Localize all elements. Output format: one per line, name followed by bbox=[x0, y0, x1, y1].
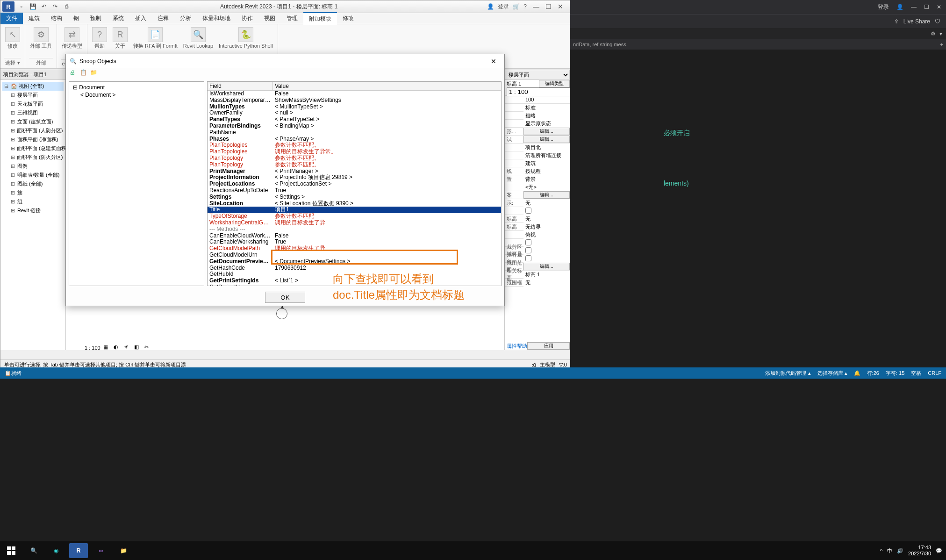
vs-line[interactable]: 行:26 bbox=[867, 370, 879, 377]
volume-icon[interactable]: 🔊 bbox=[897, 548, 903, 554]
maximize-button[interactable]: ☐ bbox=[543, 2, 554, 11]
pb-item[interactable]: ⊞Revit 链接 bbox=[2, 206, 64, 215]
vs-admin-icon[interactable]: 🛡 bbox=[935, 18, 940, 25]
vs-login[interactable]: 登录 bbox=[878, 3, 889, 11]
props-value[interactable]: 编辑... bbox=[523, 263, 570, 270]
snoop-row[interactable]: CanEnableCloudWorksha...False bbox=[208, 233, 501, 239]
ribbon-tab[interactable]: 结构 bbox=[45, 13, 68, 24]
props-value[interactable] bbox=[523, 255, 570, 263]
close-button[interactable]: ✕ bbox=[555, 2, 566, 11]
qat-redo-icon[interactable]: ↷ bbox=[51, 2, 59, 11]
pb-item[interactable]: ⊞三维视图 bbox=[2, 108, 64, 117]
clock[interactable]: 17:43 2022/7/30 bbox=[908, 545, 931, 557]
vs-maximize[interactable]: ☐ bbox=[924, 4, 929, 10]
explorer-taskbar-icon[interactable]: 📁 bbox=[112, 541, 135, 560]
detail-level-icon[interactable]: ▦ bbox=[103, 344, 111, 352]
snoop-row[interactable]: Title项目1 bbox=[208, 207, 501, 213]
ribbon-tab[interactable]: 视图 bbox=[258, 13, 281, 24]
pb-item[interactable]: ⊞图例 bbox=[2, 162, 64, 171]
vs-chevron-icon[interactable]: ▾ bbox=[939, 30, 942, 37]
start-button[interactable] bbox=[0, 541, 22, 560]
cart-icon[interactable]: 🛒 bbox=[513, 3, 520, 10]
props-value[interactable] bbox=[507, 87, 570, 96]
vs-taskbar-icon[interactable]: ∞ bbox=[90, 541, 112, 560]
scale-display[interactable]: 1 : 100 bbox=[85, 345, 100, 351]
qat-save-icon[interactable]: 💾 bbox=[29, 2, 37, 11]
qat-print-icon[interactable]: ⎙ bbox=[62, 2, 71, 11]
qat-open-icon[interactable]: ▫ bbox=[17, 2, 26, 11]
login-link[interactable]: 登录 bbox=[498, 3, 509, 11]
notifications-icon[interactable]: 💬 bbox=[936, 548, 942, 554]
snoop-row[interactable]: MassDisplayTemporaryO...ShowMassByViewSe… bbox=[208, 97, 501, 104]
vs-spaces[interactable]: 空格 bbox=[911, 370, 921, 377]
pb-item[interactable]: ⊞面积平面 (总建筑面积) bbox=[2, 144, 64, 153]
vs-select-repo[interactable]: 选择存储库 ▴ bbox=[817, 370, 847, 377]
pb-item[interactable]: ⊞组 bbox=[2, 197, 64, 206]
pb-item[interactable]: ⊞面积平面 (防火分区) bbox=[2, 153, 64, 162]
snoop-row[interactable]: CanEnableWorksharingTrue bbox=[208, 239, 501, 245]
pb-item[interactable]: ⊞立面 (建筑立面) bbox=[2, 117, 64, 126]
ribbon-tab[interactable]: 分析 bbox=[174, 13, 197, 24]
snoop-row[interactable]: TypeOfStorage参数计数不匹配 bbox=[208, 213, 501, 220]
view-type-combo[interactable]: 楼层平面 bbox=[505, 70, 570, 80]
tree-document-child[interactable]: < Document > bbox=[71, 91, 202, 99]
snoop-row[interactable]: PlanTopology参数计数不匹配。 bbox=[208, 162, 501, 168]
pb-item[interactable]: ⊞天花板平面 bbox=[2, 100, 64, 108]
pb-item[interactable]: ⊞图纸 (全部) bbox=[2, 179, 64, 188]
ribbon-tab[interactable]: 文件 bbox=[0, 13, 23, 24]
snoop-row[interactable]: OwnerFamily< null > bbox=[208, 110, 501, 116]
ribbon-tab[interactable]: 体量和场地 bbox=[197, 13, 236, 24]
vs-close[interactable]: ✕ bbox=[937, 4, 941, 10]
tray-chevron-icon[interactable]: ^ bbox=[880, 548, 882, 553]
pb-item[interactable]: ⊞面积平面 (人防分区) bbox=[2, 126, 64, 135]
vs-source-control[interactable]: 添加到源代码管理 ▴ bbox=[765, 370, 810, 377]
ribbon-tab[interactable]: 附加模块 bbox=[303, 12, 337, 25]
vs-col[interactable]: 字符: 15 bbox=[886, 370, 904, 377]
props-value[interactable]: 编辑... bbox=[523, 191, 570, 199]
ribbon-tab[interactable]: 钢 bbox=[68, 13, 85, 24]
pb-item[interactable]: ⊞族 bbox=[2, 188, 64, 197]
props-value[interactable] bbox=[523, 247, 570, 255]
snoop-row[interactable]: Phases< PhaseArray > bbox=[208, 136, 501, 143]
snoop-row[interactable]: PrintManager< PrintManager > bbox=[208, 168, 501, 175]
help-icon[interactable]: ? bbox=[523, 3, 527, 10]
props-value[interactable] bbox=[523, 207, 570, 215]
snoop-copy-icon[interactable]: 📋 bbox=[80, 69, 87, 77]
vs-gear-icon[interactable]: ⚙ bbox=[931, 30, 936, 37]
props-value[interactable] bbox=[523, 239, 570, 247]
snoop-row[interactable]: GetDocumentPreview...< DocumentPreviewSe… bbox=[208, 258, 501, 265]
snoop-row[interactable]: PlanTopologies参数计数不匹配。 bbox=[208, 142, 501, 149]
edge-icon[interactable]: ◉ bbox=[45, 541, 67, 560]
col-field[interactable]: Field bbox=[208, 82, 273, 90]
snoop-row[interactable]: ProjectLocations< ProjectLocationSet > bbox=[208, 181, 501, 187]
shadows-icon[interactable]: ◧ bbox=[134, 344, 142, 352]
props-value[interactable]: 编辑... bbox=[523, 136, 570, 143]
ribbon-tab[interactable]: 管理 bbox=[281, 13, 303, 24]
external-tools-button[interactable]: ⚙外部 工具 bbox=[29, 26, 53, 50]
pb-item[interactable]: ⊞明细表/数量 (全部) bbox=[2, 171, 64, 179]
snoop-row[interactable]: MullionTypes< MullionTypeSet > bbox=[208, 104, 501, 110]
pb-root[interactable]: ⊟🏠 视图 (全部) bbox=[2, 82, 64, 91]
pb-item[interactable]: ⊞面积平面 (净面积) bbox=[2, 135, 64, 144]
snoop-row[interactable]: ProjectInformation< ProjectInfo 项目信息 298… bbox=[208, 174, 501, 181]
help-button[interactable]: ?帮助 bbox=[91, 26, 108, 50]
search-icon[interactable]: 🔍 bbox=[22, 541, 45, 560]
snoop-row[interactable]: PathName bbox=[208, 129, 501, 136]
python-shell-button[interactable]: 🐍Interactive Python Shell bbox=[218, 26, 274, 50]
user-icon[interactable]: 👤 bbox=[487, 3, 494, 10]
minimize-button[interactable]: — bbox=[530, 2, 542, 11]
props-help-link[interactable]: 属性帮助 bbox=[505, 343, 527, 350]
snoop-list[interactable]: Field Value IsWorksharedFalseMassDisplay… bbox=[207, 81, 502, 286]
snoop-close-button[interactable]: ✕ bbox=[487, 56, 501, 67]
ribbon-tab[interactable]: 注释 bbox=[152, 13, 174, 24]
snoop-row[interactable]: PlanTopologies调用的目标发生了异常。 bbox=[208, 149, 501, 155]
transfer-model-button[interactable]: ⇄传递模型 bbox=[61, 26, 83, 50]
revit-lookup-button[interactable]: 🔍Revit Lookup bbox=[182, 26, 214, 50]
snoop-row[interactable]: ReactionsAreUpToDateTrue bbox=[208, 187, 501, 194]
snoop-row[interactable]: IsWorksharedFalse bbox=[208, 91, 501, 97]
crop-icon[interactable]: ✂ bbox=[144, 344, 152, 352]
convert-rfa-button[interactable]: 📄转换 RFA 到 FormIt bbox=[132, 26, 179, 50]
snoop-folder-icon[interactable]: 📁 bbox=[90, 69, 98, 77]
snoop-print-icon[interactable]: 🖨 bbox=[70, 69, 77, 77]
snoop-row[interactable]: PlanTopology参数计数不匹配。 bbox=[208, 155, 501, 162]
